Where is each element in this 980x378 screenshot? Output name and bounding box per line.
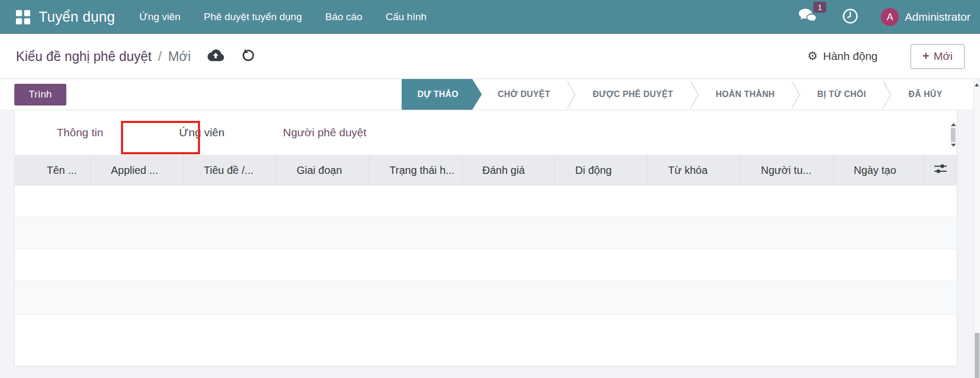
empty-row bbox=[15, 249, 957, 281]
breadcrumb-current: Mới bbox=[168, 49, 191, 64]
page-scrollbar[interactable] bbox=[973, 79, 980, 378]
scrollbar-thumb[interactable] bbox=[975, 333, 979, 378]
optional-columns-button[interactable] bbox=[923, 155, 957, 186]
scroll-up-icon[interactable] bbox=[975, 83, 979, 86]
empty-row bbox=[15, 186, 957, 217]
clock-icon bbox=[842, 8, 858, 27]
breadcrumb: Kiểu đề nghị phê duyệt / Mới bbox=[16, 49, 191, 64]
control-panel: Kiểu đề nghị phê duyệt / Mới ⚙ bbox=[0, 34, 980, 79]
avatar: A bbox=[881, 8, 899, 26]
plus-icon: + bbox=[923, 49, 930, 63]
menu-item-ung-vien[interactable]: Ứng viên bbox=[140, 11, 181, 23]
save-record-button[interactable] bbox=[207, 49, 224, 64]
undo-icon bbox=[240, 48, 255, 65]
top-navbar: Tuyển dụng Ứng viên Phê duyệt tuyển dụng… bbox=[0, 0, 980, 34]
scrollbar-thumb[interactable] bbox=[951, 128, 956, 142]
status-step-bi-tu-choi[interactable]: BỊ TỪ CHỐI bbox=[801, 79, 882, 110]
column-header-di-dong[interactable]: Di động bbox=[554, 155, 647, 186]
submit-button[interactable]: Trình bbox=[14, 84, 66, 106]
scroll-up-icon[interactable] bbox=[951, 123, 956, 126]
column-header-tieu-de[interactable]: Tiêu đề /... bbox=[183, 155, 276, 186]
chevron-divider-icon bbox=[689, 79, 700, 110]
messages-button[interactable]: 1 bbox=[798, 8, 818, 27]
user-name: Administrator bbox=[905, 11, 970, 23]
menu-item-phe-duyet[interactable]: Phê duyệt tuyển dụng bbox=[204, 11, 302, 23]
notebook-tabs: Thông tin Ứng viên Người phê duyệt bbox=[15, 110, 957, 155]
notebook-scrollbar[interactable] bbox=[950, 122, 957, 153]
action-menu-label: Hành động bbox=[823, 50, 878, 63]
app-window: Tuyển dụng Ứng viên Phê duyệt tuyển dụng… bbox=[0, 0, 980, 378]
breadcrumb-parent-link[interactable]: Kiểu đề nghị phê duyệt bbox=[16, 49, 152, 64]
list-header-row: Tên ... Applied ... Tiêu đề /... Giai đo… bbox=[15, 155, 957, 186]
app-name[interactable]: Tuyển dụng bbox=[39, 9, 115, 25]
column-header-ngay-tao[interactable]: Ngày tạo bbox=[833, 155, 923, 186]
new-record-button[interactable]: + Mới bbox=[910, 44, 965, 69]
cloud-upload-icon bbox=[207, 49, 224, 64]
empty-row bbox=[15, 281, 957, 314]
gear-icon: ⚙ bbox=[808, 49, 818, 63]
column-header-danh-gia[interactable]: Đánh giá bbox=[462, 155, 554, 186]
column-header-nguoi-tu[interactable]: Người tu... bbox=[740, 155, 833, 186]
menu-item-bao-cao[interactable]: Báo cáo bbox=[325, 11, 362, 23]
control-panel-actions: ⚙ Hành động + Mới bbox=[808, 44, 965, 69]
column-header-applied[interactable]: Applied ... bbox=[90, 155, 183, 186]
status-step-duoc-phe-duyet[interactable]: ĐƯỢC PHÊ DUYỆT bbox=[577, 79, 689, 110]
list-body bbox=[15, 186, 957, 314]
messages-count-badge: 1 bbox=[813, 2, 826, 13]
sliders-icon bbox=[933, 163, 948, 178]
column-header-tu-khoa[interactable]: Từ khóa bbox=[647, 155, 740, 186]
scroll-down-icon[interactable] bbox=[951, 144, 956, 147]
tab-ung-vien[interactable]: Ứng viên bbox=[179, 126, 225, 139]
tab-nguoi-phe-duyet[interactable]: Người phê duyệt bbox=[283, 126, 366, 139]
topbar-right: 1 A Administrator bbox=[798, 8, 970, 27]
breadcrumb-separator: / bbox=[158, 49, 162, 64]
activities-button[interactable] bbox=[842, 8, 858, 27]
status-step-da-huy[interactable]: ĐÃ HỦY bbox=[892, 79, 958, 110]
action-menu-button[interactable]: ⚙ Hành động bbox=[808, 49, 878, 63]
chevron-divider-icon bbox=[882, 79, 892, 110]
new-button-label: Mới bbox=[933, 50, 952, 63]
status-step-du-thao[interactable]: DỰ THẢO bbox=[402, 79, 482, 110]
column-header-ten[interactable]: Tên ... bbox=[15, 155, 90, 186]
chevron-divider-icon bbox=[791, 79, 801, 110]
empty-row bbox=[15, 217, 957, 249]
status-step-hoan-thanh[interactable]: HOÀN THÀNH bbox=[700, 79, 791, 110]
menu-item-cau-hinh[interactable]: Cấu hình bbox=[386, 11, 427, 23]
apps-grid-icon[interactable] bbox=[16, 10, 30, 24]
column-header-trang-thai[interactable]: Trạng thái h... bbox=[369, 155, 462, 186]
tab-thong-tin[interactable]: Thông tin bbox=[57, 126, 103, 139]
chevron-divider-icon bbox=[566, 79, 577, 110]
column-header-giai-doan[interactable]: Giai đoạn bbox=[276, 155, 369, 186]
statusbar-steps: DỰ THẢO CHỜ DUYỆT ĐƯỢC PHÊ DUYỆT HOÀN TH… bbox=[402, 79, 958, 110]
status-step-cho-duyet[interactable]: CHỜ DUYỆT bbox=[482, 79, 566, 110]
form-sheet: Thông tin Ứng viên Người phê duyệt Tên .… bbox=[15, 110, 957, 366]
discard-changes-button[interactable] bbox=[240, 48, 255, 65]
form-statusbar: Trình DỰ THẢO CHỜ DUYỆT ĐƯỢC PHÊ DUYỆT H… bbox=[0, 79, 973, 110]
user-menu[interactable]: A Administrator bbox=[881, 8, 970, 26]
top-menu: Ứng viên Phê duyệt tuyển dụng Báo cáo Cấ… bbox=[140, 11, 427, 23]
